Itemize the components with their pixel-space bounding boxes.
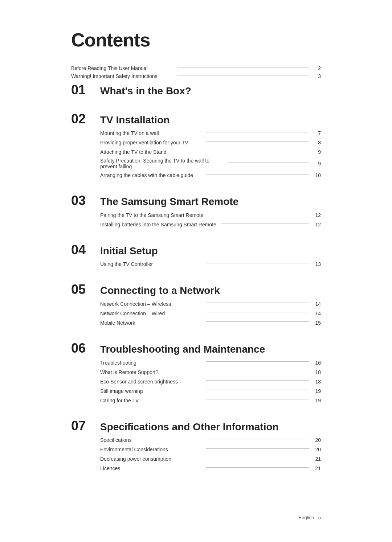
toc-item-label: Pairing the TV to the Samsung Smart Remo… bbox=[100, 212, 204, 218]
toc-dots bbox=[206, 448, 309, 449]
toc-dots bbox=[208, 214, 309, 214]
toc-item: Caring for the TV 19 bbox=[100, 397, 321, 404]
toc-item: What is Remote Support? 18 bbox=[100, 369, 321, 376]
toc-dots bbox=[206, 263, 309, 263]
toc-dots bbox=[206, 303, 309, 303]
section-05: 05 Connecting to a Network Network Conne… bbox=[71, 282, 321, 327]
toc-item: Network Connection – Wired 14 bbox=[100, 310, 321, 317]
section-03: 03 The Samsung Smart Remote Pairing the … bbox=[71, 193, 321, 228]
toc-page: 9 bbox=[314, 149, 321, 155]
toc-page: 9 bbox=[314, 161, 321, 167]
section-04: 04 Initial Setup Using the TV Controller… bbox=[71, 243, 321, 268]
section-title: TV Installation bbox=[100, 114, 170, 126]
toc-item: Installing batteries into the Samsung Sm… bbox=[100, 221, 321, 228]
toc-item: Environmental Considerations 20 bbox=[100, 446, 321, 453]
intro-item: Before Reading This User Manual 2 bbox=[71, 65, 321, 71]
toc-page: 14 bbox=[314, 311, 321, 316]
toc-item: Safety Precaution: Securing the TV to th… bbox=[100, 158, 321, 169]
toc-page: 18 bbox=[314, 369, 321, 375]
section-title: Troubleshooting and Maintenance bbox=[100, 343, 265, 356]
toc-item: Still image warning 19 bbox=[100, 387, 321, 395]
toc-page: 21 bbox=[314, 456, 321, 462]
toc-item: Licences 21 bbox=[100, 465, 321, 472]
section-07: 07 Specifications and Other Information … bbox=[71, 419, 321, 472]
toc-item: Eco Sensor and screen brightness 18 bbox=[100, 378, 321, 385]
toc-page: 7 bbox=[314, 130, 321, 136]
toc-dots bbox=[206, 371, 309, 371]
section-number: 02 bbox=[71, 112, 100, 126]
toc-page: 8 bbox=[314, 140, 321, 145]
section-number: 05 bbox=[71, 282, 100, 297]
toc-page: 19 bbox=[314, 388, 321, 394]
toc-item-label: Using the TV Controller bbox=[100, 261, 202, 267]
toc-item-label: Installing batteries into the Samsung Sm… bbox=[100, 222, 216, 227]
toc-page: 12 bbox=[314, 212, 321, 218]
toc-dots bbox=[206, 132, 309, 132]
section-number: 06 bbox=[71, 341, 100, 356]
intro-item: Warning! Important Safety Instructions 3 bbox=[71, 73, 321, 79]
toc-dots bbox=[228, 163, 309, 163]
toc-dots bbox=[206, 439, 309, 439]
toc-item: Using the TV Controller 13 bbox=[100, 260, 321, 268]
toc-item-label: What is Remote Support? bbox=[100, 369, 202, 375]
intro-section: Before Reading This User Manual 2 Warnin… bbox=[71, 65, 321, 79]
toc-page: 20 bbox=[314, 437, 321, 443]
toc-item-label: Licences bbox=[100, 465, 202, 471]
toc-page: 18 bbox=[314, 379, 321, 385]
toc-item-label: Providing proper ventilation for your TV bbox=[100, 140, 202, 145]
intro-item-page: 2 bbox=[314, 65, 321, 71]
section-title: Connecting to a Network bbox=[100, 284, 220, 297]
toc-item: Mounting the TV on a wall 7 bbox=[100, 130, 321, 137]
toc-item: Providing proper ventilation for your TV… bbox=[100, 139, 321, 146]
section-01: 01 What's in the Box? bbox=[71, 83, 321, 97]
toc-item: Decreasing power consumption 21 bbox=[100, 455, 321, 463]
section-02: 02 TV Installation Mounting the TV on a … bbox=[71, 112, 321, 179]
toc-item-label: Troubleshooting bbox=[100, 360, 202, 366]
section-title: What's in the Box? bbox=[100, 85, 191, 97]
toc-item: Arranging the cables with the cable guid… bbox=[100, 172, 321, 179]
page-title: Contents bbox=[71, 29, 321, 51]
intro-item-label: Before Reading This User Manual bbox=[71, 65, 173, 71]
intro-item-label: Warning! Important Safety Instructions bbox=[71, 73, 173, 79]
section-06: 06 Troubleshooting and Maintenance Troub… bbox=[71, 341, 321, 404]
toc-item-label: Attaching the TV to the Stand bbox=[100, 149, 202, 155]
toc-item-label: Mounting the TV on a wall bbox=[100, 130, 202, 136]
toc-item: Attaching the TV to the Stand 9 bbox=[100, 148, 321, 156]
toc-page: 19 bbox=[314, 398, 321, 403]
intro-item-page: 3 bbox=[314, 73, 321, 79]
toc-dots bbox=[206, 458, 309, 458]
toc-item-label: Decreasing power consumption bbox=[100, 456, 202, 462]
toc-dots bbox=[206, 141, 309, 142]
toc-dots bbox=[206, 321, 309, 322]
toc-dots bbox=[206, 361, 309, 362]
section-number: 03 bbox=[71, 193, 100, 208]
toc-page: 13 bbox=[314, 261, 321, 267]
toc-dots bbox=[206, 467, 309, 468]
section-number: 01 bbox=[71, 83, 100, 97]
toc-item-label: Network Connection – Wired bbox=[100, 311, 202, 316]
footer-text: English - 5 bbox=[299, 515, 321, 520]
toc-page: 14 bbox=[314, 301, 321, 307]
toc-dots bbox=[206, 174, 309, 174]
toc-dots bbox=[206, 380, 309, 381]
toc-item-label: Caring for the TV bbox=[100, 398, 202, 403]
section-title: Specifications and Other Information bbox=[100, 421, 279, 433]
toc-page: 15 bbox=[314, 320, 321, 326]
toc-item-label: Still image warning bbox=[100, 388, 202, 394]
toc-item-label: Safety Precaution: Securing the TV to th… bbox=[100, 158, 224, 169]
toc-item: Network Connection – Wireless 14 bbox=[100, 300, 321, 308]
section-number: 07 bbox=[71, 419, 100, 433]
toc-page: 16 bbox=[314, 360, 321, 366]
toc-dots bbox=[206, 151, 309, 151]
toc-item-label: Mobile Network bbox=[100, 320, 202, 326]
toc-item: Pairing the TV to the Samsung Smart Remo… bbox=[100, 212, 321, 219]
toc-item: Troubleshooting 16 bbox=[100, 359, 321, 366]
toc-item-label: Eco Sensor and screen brightness bbox=[100, 379, 202, 385]
section-title: The Samsung Smart Remote bbox=[100, 196, 238, 208]
dots bbox=[177, 67, 309, 67]
toc-item-label: Environmental Considerations bbox=[100, 447, 202, 452]
section-number: 04 bbox=[71, 243, 100, 257]
toc-dots bbox=[206, 399, 309, 399]
toc-page: 10 bbox=[314, 172, 321, 178]
toc-dots bbox=[206, 312, 309, 312]
